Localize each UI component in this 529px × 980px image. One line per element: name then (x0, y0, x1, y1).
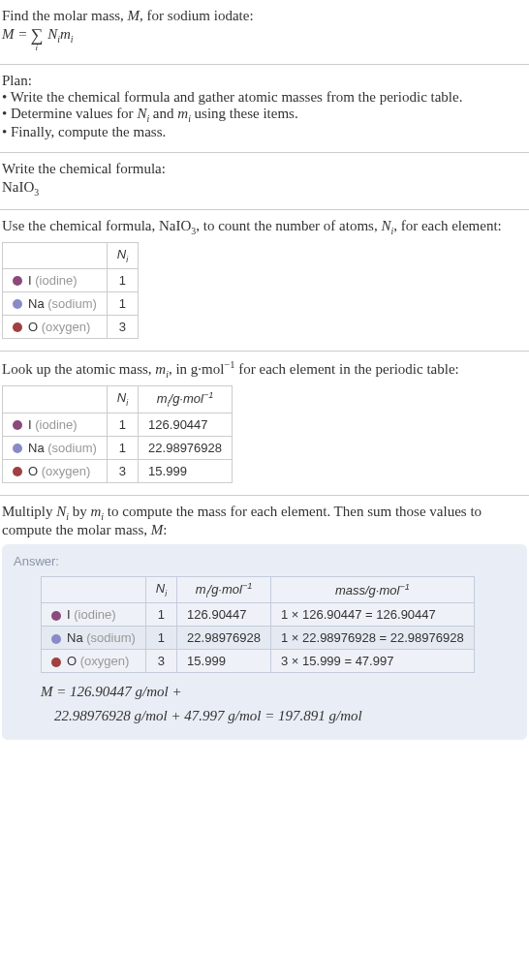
plan-bullet-3: • Finally, compute the mass. (2, 124, 527, 140)
final-b: by (69, 504, 91, 519)
table-row: O (oxygen) 3 15.999 (3, 459, 233, 482)
element-name: (iodine) (74, 607, 115, 622)
element-symbol: I (28, 417, 32, 432)
prompt-line: Find the molar mass, M, for sodium iodat… (2, 8, 527, 24)
chem-sub: 3 (34, 187, 39, 198)
eq-lhs: M = (2, 26, 27, 43)
plan-title: Plan: (2, 73, 527, 89)
final-mi: m (91, 504, 102, 519)
count-value: 3 (145, 650, 176, 673)
sum-symbol: ∑ i (30, 26, 43, 52)
element-symbol: I (67, 607, 71, 622)
calc-value: 1 × 22.98976928 = 22.98976928 (271, 627, 475, 650)
element-symbol: I (28, 273, 32, 288)
count-c: , for each element: (393, 218, 502, 233)
element-dot-icon (13, 322, 22, 332)
plan-bullet-1: • Write the chemical formula and gather … (2, 89, 527, 106)
prompt-section: Find the molar mass, M, for sodium iodat… (0, 0, 529, 65)
element-cell: I (iodine) (3, 268, 108, 291)
element-cell: O (oxygen) (3, 459, 108, 482)
final-d: : (163, 522, 167, 537)
element-dot-icon (13, 299, 22, 309)
mi-sym: m (60, 26, 71, 42)
eq-rhs: Nimi (47, 26, 73, 45)
count-value: 1 (145, 627, 176, 650)
prompt-M: M (128, 8, 140, 23)
chemical-formula: NaIO3 (2, 179, 527, 198)
element-cell: I (iodine) (3, 413, 108, 436)
mi-sub: i (71, 34, 74, 45)
element-dot-icon (13, 420, 22, 430)
molar-mass-equation: M = ∑ i Nimi (2, 26, 527, 52)
result-line-2: 22.98976928 g/mol + 47.997 g/mol = 197.8… (54, 705, 515, 727)
plan-b2-mi: m (177, 106, 188, 121)
element-cell: Na (sodium) (42, 627, 146, 650)
answer-label: Answer: (14, 554, 515, 568)
hdr-Ni: Ni (107, 243, 138, 269)
table-row: O (oxygen) 3 (3, 315, 139, 338)
plan-b2-Ni: N (137, 106, 146, 121)
mass-a: Look up the atomic mass, (2, 361, 155, 377)
count-table: Ni I (iodine) 1 Na (sodium) 1 O (oxygen)… (2, 242, 139, 339)
hdr-mi: mi/g·mol−1 (177, 576, 271, 603)
hdr-mi: mi/g·mol−1 (139, 385, 233, 413)
element-dot-icon (13, 276, 22, 286)
count-para: Use the chemical formula, NaIO3, to coun… (2, 218, 527, 236)
element-dot-icon (13, 444, 22, 453)
table-row: I (iodine) 1 126.90447 (3, 413, 233, 436)
count-value: 1 (107, 291, 138, 315)
mass-value: 126.90447 (177, 603, 271, 627)
table-row: I (iodine) 1 (3, 268, 139, 291)
calc-value: 1 × 126.90447 = 126.90447 (271, 603, 475, 627)
count-value: 1 (107, 268, 138, 291)
table-row: Na (sodium) 1 22.98976928 (3, 436, 233, 459)
chem-main: NaIO (2, 179, 34, 195)
hdr-Ni: Ni (145, 576, 176, 603)
hdr-mass: mass/g·mol−1 (271, 576, 475, 603)
element-dot-icon (51, 634, 61, 644)
count-value: 1 (107, 436, 138, 459)
element-name: (iodine) (35, 273, 77, 288)
mass-c: for each element in the periodic table: (235, 361, 459, 377)
mass-value: 15.999 (177, 650, 271, 673)
element-name: (oxygen) (42, 464, 91, 478)
table-row: Na (sodium) 1 (3, 291, 139, 315)
plan-bullet-2: • Determine values for Ni and mi using t… (2, 106, 527, 124)
mass-value: 15.999 (139, 459, 233, 482)
element-cell: I (iodine) (42, 603, 146, 627)
hdr-blank (3, 243, 108, 269)
formula-label: Write the chemical formula: (2, 161, 527, 177)
element-name: (sodium) (47, 441, 97, 455)
element-name: (oxygen) (42, 320, 91, 334)
mass-para: Look up the atomic mass, mi, in g·mol−1 … (2, 359, 527, 380)
mass-mi: m (155, 361, 166, 377)
element-symbol: Na (28, 296, 45, 311)
table-header-row: Ni mi/g·mol−1 (3, 385, 233, 413)
answer-table: Ni mi/g·mol−1 mass/g·mol−1 I (iodine) 1 … (41, 576, 475, 674)
count-value: 1 (145, 603, 176, 627)
element-dot-icon (51, 658, 61, 667)
element-cell: Na (sodium) (3, 436, 108, 459)
element-cell: O (oxygen) (42, 650, 146, 673)
table-row: Na (sodium) 1 22.98976928 1 × 22.9897692… (42, 627, 475, 650)
count-value: 3 (107, 459, 138, 482)
plan-section: Plan: • Write the chemical formula and g… (0, 65, 529, 153)
final-section: Multiply Ni by mi to compute the mass fo… (0, 496, 529, 752)
plan-b2-mid: and (149, 106, 177, 121)
atomic-mass-section: Look up the atomic mass, mi, in g·mol−1 … (0, 352, 529, 496)
mass-b: , in g·mol (169, 361, 225, 377)
atomic-mass-table: Ni mi/g·mol−1 I (iodine) 1 126.90447 Na … (2, 385, 233, 483)
hdr-blank (42, 576, 146, 603)
table-row: I (iodine) 1 126.90447 1 × 126.90447 = 1… (42, 603, 475, 627)
element-cell: O (oxygen) (3, 315, 108, 338)
final-para: Multiply Ni by mi to compute the mass fo… (2, 504, 527, 538)
hdr-Ni: Ni (107, 385, 138, 413)
final-Ni: N (56, 504, 66, 519)
element-name: (sodium) (47, 296, 97, 311)
final-a: Multiply (2, 504, 56, 519)
table-header-row: Ni (3, 243, 139, 269)
element-cell: Na (sodium) (3, 291, 108, 315)
answer-box: Answer: Ni mi/g·mol−1 mass/g·mol−1 I (io… (2, 544, 527, 741)
Ni-sym: N (47, 26, 57, 42)
mass-value: 126.90447 (139, 413, 233, 436)
